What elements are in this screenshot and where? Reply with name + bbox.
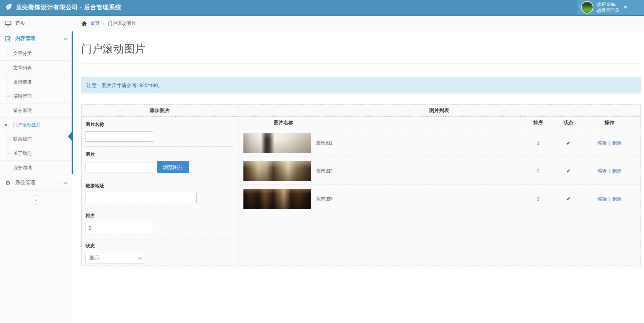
divider — [81, 63, 641, 64]
edit-link[interactable]: 编辑 — [597, 196, 607, 202]
breadcrumb-separator: › — [103, 21, 105, 26]
column-header-status: 状态 — [554, 120, 583, 126]
action-separator: | — [609, 168, 610, 173]
sidebar-collapse-button[interactable]: « — [32, 195, 41, 205]
table-row: 装饰图1 1 ✔ 编辑|删除 — [238, 129, 640, 157]
row-thumbnail — [243, 189, 311, 209]
user-avatar — [581, 1, 593, 14]
admin-app: 顶尖装饰设计有限公司 - 后台管理系统 欢迎光临, 超级管理员 首页 — [0, 0, 644, 323]
sidebar-item-messages[interactable]: 留言管理 — [0, 104, 73, 118]
image-file-input[interactable] — [86, 162, 153, 172]
sidebar-item-article-category[interactable]: 文章分类 — [0, 46, 73, 61]
sidebar-collapse-row: « — [0, 195, 73, 205]
active-marker-icon: » — [5, 122, 7, 127]
status-select[interactable]: 显示 — [86, 253, 144, 263]
image-file-label: 图片 — [86, 151, 234, 158]
breadcrumb: 首页 › 门户滚动图片 — [73, 16, 644, 31]
status-check-icon: ✔ — [554, 196, 583, 202]
add-image-panel-title: 添加图片 — [82, 105, 238, 117]
divider — [43, 200, 67, 200]
monitor-icon — [4, 20, 11, 27]
top-header: 顶尖装饰设计有限公司 - 后台管理系统 欢迎光临, 超级管理员 — [0, 0, 644, 16]
action-separator: | — [609, 141, 610, 146]
sort-input[interactable] — [86, 223, 153, 233]
app-title: 顶尖装饰设计有限公司 - 后台管理系统 — [16, 3, 122, 11]
add-image-panel: 添加图片 图片名称 图片 浏览图片 — [81, 104, 238, 266]
row-thumbnail — [243, 161, 311, 181]
sidebar-item-contact-us[interactable]: 联系我们 — [0, 132, 73, 146]
sidebar-item-label: 首页 — [15, 20, 25, 26]
user-welcome: 欢迎光临, 超级管理员 — [597, 1, 619, 14]
status-check-icon: ✔ — [554, 140, 583, 146]
breadcrumb-current: 门户滚动图片 — [108, 20, 136, 27]
table-row: 装饰图3 3 ✔ 编辑|删除 — [238, 185, 640, 213]
chevron-down-icon — [63, 180, 68, 186]
notice-banner: 注意：图片尺寸请参考1920*480。 — [81, 77, 641, 94]
sidebar-item-home[interactable]: 首页 — [0, 16, 73, 31]
status-label: 状态 — [86, 243, 234, 249]
content-area: 首页 › 门户滚动图片 门户滚动图片 注意：图片尺寸请参考1920*480。 添… — [73, 16, 644, 323]
sidebar: 首页 内容管理 文章分类 文章列表 友情链接 招聘管理 留言管理 » — [0, 16, 73, 323]
link-url-input[interactable] — [86, 193, 197, 203]
user-menu[interactable]: 欢迎光临, 超级管理员 — [577, 0, 644, 15]
sidebar-group-label: 系统管理 — [15, 180, 35, 186]
edit-square-icon — [4, 35, 11, 42]
column-header-sort: 排序 — [522, 120, 554, 126]
gear-icon: ⚙ — [4, 179, 11, 187]
row-sort-value: 3 — [522, 196, 554, 202]
chevron-down-icon — [138, 256, 142, 259]
sidebar-item-portal-slider[interactable]: » 门户滚动图片 — [0, 118, 73, 132]
sidebar-item-recruit[interactable]: 招聘管理 — [0, 89, 73, 104]
delete-link[interactable]: 删除 — [612, 140, 622, 146]
delete-link[interactable]: 删除 — [612, 196, 622, 202]
image-name-label: 图片名称 — [86, 121, 234, 128]
row-image-name: 装饰图2 — [316, 168, 333, 174]
row-sort-value: 2 — [522, 168, 554, 173]
active-item-arrow — [68, 132, 72, 141]
active-group-accent-bar — [72, 31, 73, 174]
page-title: 门户滚动图片 — [81, 42, 641, 56]
brand: 顶尖装饰设计有限公司 - 后台管理系统 — [0, 3, 122, 12]
column-header-name: 图片名称 — [238, 120, 522, 126]
content-submenu: 文章分类 文章列表 友情链接 招聘管理 留言管理 » 门户滚动图片 联系我们 关… — [0, 46, 73, 175]
caret-down-icon — [624, 6, 627, 9]
browse-image-button[interactable]: 浏览图片 — [157, 161, 189, 173]
sidebar-item-article-list[interactable]: 文章列表 — [0, 61, 73, 75]
table-row: 装饰图2 2 ✔ 编辑|删除 — [238, 157, 640, 185]
row-sort-value: 1 — [522, 140, 554, 146]
edit-link[interactable]: 编辑 — [597, 168, 607, 173]
edit-link[interactable]: 编辑 — [597, 140, 607, 146]
delete-link[interactable]: 删除 — [612, 168, 622, 173]
action-separator: | — [609, 197, 610, 202]
home-icon — [81, 21, 87, 26]
sidebar-group-content[interactable]: 内容管理 — [0, 31, 73, 46]
sidebar-item-friend-links[interactable]: 友情链接 — [0, 75, 73, 89]
chevron-down-icon — [63, 36, 68, 41]
row-image-name: 装饰图3 — [316, 196, 333, 202]
leaf-logo-icon — [5, 3, 12, 12]
sidebar-item-service-areas[interactable]: 服务领域 — [0, 161, 73, 175]
row-thumbnail — [243, 133, 311, 153]
divider — [6, 200, 30, 200]
row-image-name: 装饰图1 — [316, 140, 333, 146]
image-name-input[interactable] — [86, 131, 153, 142]
image-list-panel-title: 图片列表 — [238, 105, 640, 117]
sidebar-group-label: 内容管理 — [15, 35, 35, 42]
sort-label: 排序 — [86, 213, 234, 219]
image-list-panel: 图片列表 图片名称 排序 状态 操作 装饰图1 1 — [238, 104, 641, 266]
column-header-action: 操作 — [583, 120, 636, 126]
table-header-row: 图片名称 排序 状态 操作 — [238, 117, 640, 129]
status-check-icon: ✔ — [554, 168, 583, 174]
sidebar-item-about-us[interactable]: 关于我们 — [0, 146, 73, 161]
link-url-label: 链接地址 — [86, 183, 234, 189]
sidebar-group-system[interactable]: ⚙ 系统管理 — [0, 175, 73, 191]
breadcrumb-home-link[interactable]: 首页 — [91, 20, 100, 27]
